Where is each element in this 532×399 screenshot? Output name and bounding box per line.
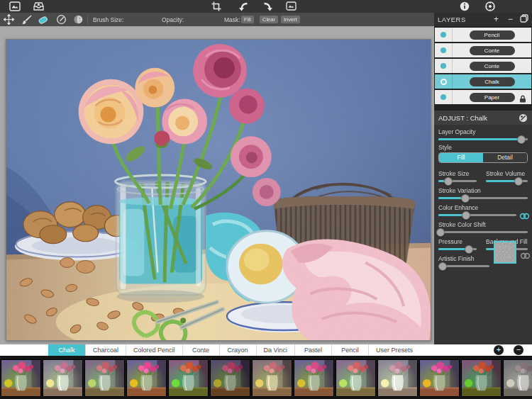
brush-toolbar: Brush Size: Opacity: Mask: Fill Clear In…	[0, 13, 434, 26]
lock-icon	[519, 93, 526, 106]
mask-label: Mask:	[224, 16, 240, 23]
erase-tool-icon[interactable]	[37, 14, 49, 25]
style-detail-option[interactable]: Detail	[483, 153, 527, 162]
texture-tool-icon[interactable]	[72, 14, 84, 25]
style-fill-option[interactable]: Fill	[439, 153, 483, 162]
tab-pencil[interactable]: Pencil	[331, 344, 368, 356]
preset-thumbnail-11[interactable]	[419, 359, 460, 397]
tab-pastel[interactable]: Pastel	[294, 344, 331, 356]
layer-visibility-dot[interactable]	[440, 79, 447, 85]
tab-chalk[interactable]: Chalk	[48, 344, 85, 356]
redo-icon[interactable]	[262, 1, 275, 11]
slider-thumb[interactable]	[514, 177, 523, 186]
layer-visibility-dot[interactable]	[440, 94, 446, 100]
preset-thumbnail-10[interactable]	[377, 359, 418, 397]
info-icon[interactable]	[458, 1, 470, 11]
mask-invert-button[interactable]: Invert	[281, 16, 300, 23]
stroke-color-shift-slider[interactable]	[438, 231, 528, 233]
slider-thumb[interactable]	[438, 262, 447, 271]
reset-adjust-icon[interactable]	[519, 113, 528, 125]
soften-tool-icon[interactable]	[55, 14, 67, 25]
preset-thumbnail-7[interactable]	[252, 359, 292, 397]
undo-icon[interactable]	[237, 1, 249, 11]
layer-pill[interactable]: Conte	[470, 62, 515, 71]
preset-thumbnail-5[interactable]	[168, 359, 209, 397]
crop-icon[interactable]	[210, 1, 222, 11]
slider-thumb[interactable]	[462, 211, 470, 220]
adjust-title: ADJUST : Chalk	[438, 114, 487, 122]
tab-crayon[interactable]: Crayon	[219, 344, 256, 356]
mask-fill-button[interactable]: Fill	[241, 16, 254, 23]
preset-thumbnail-9[interactable]	[336, 359, 376, 397]
right-panel: LAYERS + − Pencil Conte Conte	[434, 13, 532, 344]
artistic-finish-texture-swatch[interactable]	[494, 241, 516, 264]
tab-da-vinci[interactable]: Da Vinci	[256, 344, 294, 356]
stroke-variation-slider[interactable]	[438, 197, 528, 199]
preset-thumbnail-13[interactable]	[503, 359, 532, 397]
layer-drag-handle[interactable]: · · · · · · ·	[479, 72, 505, 77]
import-image-icon[interactable]	[33, 1, 45, 11]
layer-visibility-dot[interactable]	[440, 63, 446, 69]
slider-thumb[interactable]	[461, 194, 470, 203]
stroke-volume-slider[interactable]	[486, 180, 528, 182]
artistic-finish-slider[interactable]	[438, 265, 489, 267]
move-tool-icon[interactable]	[3, 14, 15, 25]
preset-thumbnail-4[interactable]	[126, 359, 167, 397]
layer-pill[interactable]: Paper	[470, 93, 515, 102]
layer-row-pencil[interactable]: Pencil	[435, 28, 531, 42]
preset-tabbar: Chalk Charcoal Colored Pencil Conte Cray…	[0, 344, 532, 356]
layer-opacity-slider[interactable]	[438, 138, 528, 140]
canvas-artwork[interactable]	[6, 39, 431, 341]
artistic-finish-link-icon[interactable]	[520, 249, 531, 262]
photo-library-icon[interactable]	[9, 1, 21, 11]
style-segmented-control: Fill Detail	[438, 152, 528, 163]
preset-thumbnail-6[interactable]	[210, 359, 250, 397]
slider-thumb[interactable]	[517, 135, 526, 144]
duplicate-layer-icon[interactable]	[519, 14, 529, 25]
layers-header: LAYERS + −	[434, 13, 532, 26]
add-layer-button[interactable]: +	[491, 14, 501, 25]
paint-tool-icon[interactable]	[20, 14, 32, 25]
add-preset-button[interactable]: +	[494, 345, 504, 355]
layer-row-conte1[interactable]: Conte	[435, 43, 531, 57]
layer-pill[interactable]: Chalk	[470, 77, 515, 86]
tab-conte[interactable]: Conte	[182, 344, 219, 356]
mask-clear-button[interactable]: Clear	[260, 16, 278, 23]
tab-user-presets[interactable]: User Presets	[368, 344, 420, 356]
opacity-label: Opacity:	[162, 16, 184, 23]
layer-row-conte2[interactable]: Conte	[435, 59, 531, 73]
settings-icon[interactable]	[484, 1, 496, 11]
slider-thumb[interactable]	[465, 245, 473, 254]
stroke-color-shift-label: Stroke Color Shift	[438, 221, 486, 228]
remove-layer-button[interactable]: −	[505, 14, 516, 25]
tab-charcoal[interactable]: Charcoal	[85, 344, 126, 356]
color-enhance-link-icon[interactable]	[519, 210, 530, 223]
tabbar-spacer	[0, 344, 48, 356]
layer-pill[interactable]: Conte	[470, 46, 515, 55]
layer-row-chalk-selected[interactable]: · · · · · · · Chalk	[435, 74, 531, 89]
tab-colored-pencil[interactable]: Colored Pencil	[126, 344, 182, 356]
canvas-area	[0, 26, 434, 344]
layer-row-paper[interactable]: Paper	[435, 90, 531, 104]
style-label: Style	[438, 144, 452, 151]
layer-visibility-dot[interactable]	[440, 47, 446, 53]
preset-thumbnail-8[interactable]	[294, 359, 334, 397]
preset-thumbnail-2[interactable]	[43, 359, 83, 397]
adjust-body: Layer Opacity Style Fill Detail Stroke S…	[434, 125, 532, 344]
slider-thumb[interactable]	[436, 228, 445, 237]
preset-thumbnail-12[interactable]	[461, 359, 501, 397]
compare-image-icon[interactable]	[285, 1, 297, 11]
artistic-finish-label: Artistic Finish	[438, 255, 475, 262]
preset-thumbnail-3[interactable]	[84, 359, 125, 397]
remove-preset-button[interactable]: −	[514, 345, 523, 355]
preset-thumbnail-1[interactable]	[1, 359, 41, 397]
stroke-size-slider[interactable]	[438, 180, 477, 182]
adjust-header: ADJUST : Chalk	[434, 111, 532, 125]
color-enhance-slider[interactable]	[438, 214, 516, 216]
color-enhance-label: Color Enhance	[438, 204, 478, 211]
slider-thumb[interactable]	[444, 177, 453, 186]
layer-pill[interactable]: Pencil	[470, 30, 515, 40]
stroke-size-label: Stroke Size	[438, 170, 469, 177]
pressure-slider[interactable]	[438, 248, 477, 250]
layer-visibility-dot[interactable]	[440, 32, 446, 38]
